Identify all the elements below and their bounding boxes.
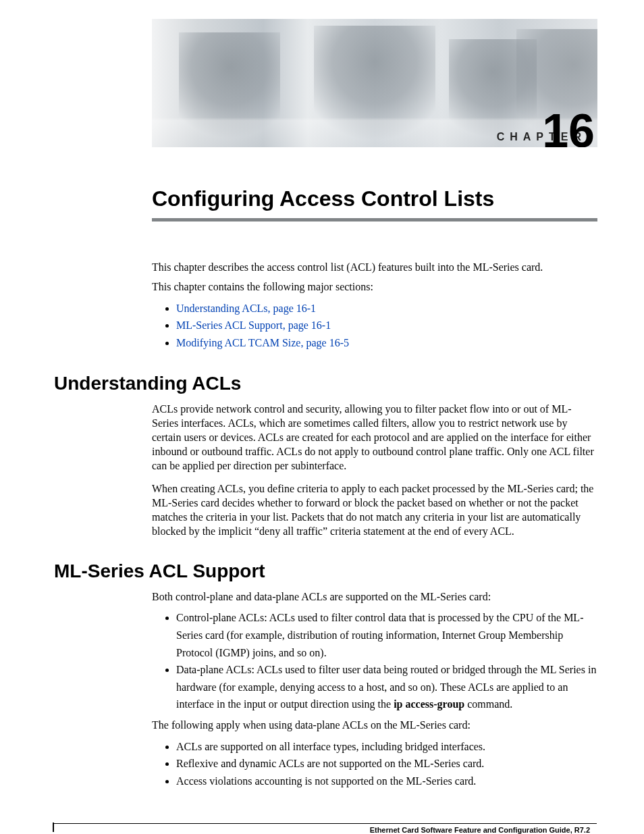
- list-item: Data-plane ACLs: ACLs used to filter use…: [176, 661, 597, 713]
- list-item: ACLs are supported on all interface type…: [176, 738, 597, 756]
- page: CHAPTER 16 Configuring Access Control Li…: [0, 19, 644, 834]
- list-item-text: command.: [464, 698, 512, 710]
- chapter-banner: CHAPTER 16: [152, 19, 597, 147]
- plane-list: Control-plane ACLs: ACLs used to filter …: [152, 609, 597, 713]
- guide-title: Ethernet Card Software Feature and Confi…: [370, 826, 590, 834]
- footer-tick: [53, 823, 54, 832]
- toc-link[interactable]: ML-Series ACL Support, page 16-1: [176, 317, 597, 334]
- list-item: Reflexive and dynamic ACLs are not suppo…: [176, 755, 597, 773]
- intro-paragraph: This chapter describes the access contro…: [152, 261, 597, 275]
- chapter-title: Configuring Access Control Lists: [152, 186, 644, 211]
- section-heading-understanding: Understanding ACLs: [54, 373, 644, 394]
- body-paragraph: The following apply when using data-plan…: [152, 719, 597, 733]
- page-footer: Ethernet Card Software Feature and Confi…: [0, 823, 644, 834]
- chapter-number: 16: [542, 110, 595, 147]
- toc-link[interactable]: Understanding ACLs, page 16-1: [176, 300, 597, 317]
- chapter-band: CHAPTER: [152, 118, 597, 147]
- section-heading-mlseries: ML-Series ACL Support: [54, 561, 644, 582]
- body-paragraph: ACLs provide network control and securit…: [152, 402, 597, 473]
- toc-list: Understanding ACLs, page 16-1 ML-Series …: [152, 300, 597, 352]
- body-paragraph: Both control-plane and data-plane ACLs a…: [152, 590, 597, 604]
- intro-paragraph: This chapter contains the following majo…: [152, 280, 597, 294]
- list-item: Control-plane ACLs: ACLs used to filter …: [176, 609, 597, 661]
- list-item: Access violations accounting is not supp…: [176, 773, 597, 790]
- title-underline: [152, 218, 597, 221]
- body-paragraph: When creating ACLs, you define criteria …: [152, 482, 597, 538]
- apply-list: ACLs are supported on all interface type…: [152, 738, 597, 790]
- command-name: ip access-group: [394, 698, 464, 710]
- toc-link[interactable]: Modifying ACL TCAM Size, page 16-5: [176, 334, 597, 352]
- list-item-text: Data-plane ACLs: ACLs used to filter use…: [176, 664, 596, 710]
